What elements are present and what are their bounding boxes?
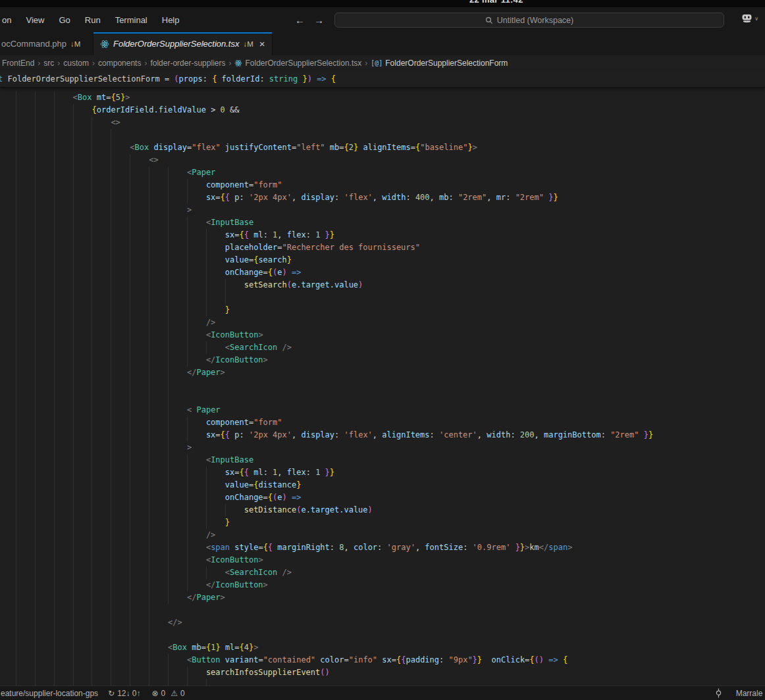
code-line [0,129,765,141]
code-line: sx={{ p: '2px 4px', display: 'flex', ali… [0,429,765,441]
code-line: sx={{ p: '2px 4px', display: 'flex', wid… [0,191,765,204]
code-line: <span style={{ marginRight: 8, color: 'g… [0,541,765,554]
back-icon[interactable]: ← [295,14,305,26]
code-line: placeholder="Rechercher des fournisseurs… [0,241,765,254]
git-branch-item[interactable]: eature/supplier-location-gps [1,689,98,698]
error-icon: ⊗ [152,689,159,698]
sync-counts: 12↓ 0↑ [117,689,140,698]
code-line: } [0,304,765,316]
command-center[interactable]: Untitled (Workspace) [334,12,724,28]
breadcrumb-separator: › [361,59,371,68]
breadcrumb: FrontEnd › src › custom › components › f… [0,55,765,70]
copilot-menu[interactable]: ∨ [741,13,758,24]
code-line: onChange={(e) => [0,266,765,279]
code-line [0,679,765,686]
tab-bar: ocCommand.php ↓M FolderOrderSupplierSele… [0,32,765,55]
chevron-down-icon: ∨ [754,16,758,22]
code-line: > [0,441,765,454]
code-line: sx={{ ml: 1, flex: 1 }} [0,229,765,241]
user-label: Marrale F [736,689,765,698]
code-line: /> [0,529,765,541]
code-line [0,291,765,304]
code-line: < Paper [0,404,765,416]
menu-run[interactable]: Run [78,12,108,28]
code-line: </> [0,616,765,629]
breadcrumb-separator: › [89,59,98,68]
code-line [0,379,765,391]
code-line: value={distance} [0,479,765,491]
warning-count: 0 [180,689,185,698]
close-icon[interactable]: × [259,38,265,49]
code-line: /> [0,316,765,329]
menu-view[interactable]: View [18,12,51,28]
code-line [0,629,765,641]
code-line: <> [0,154,765,166]
menu-help[interactable]: Help [155,12,187,28]
broadcast-icon [715,688,733,698]
code-line: {orderIdField.fieldValue > 0 && [0,104,765,116]
menu-selection[interactable]: on [0,12,18,28]
code-line: <InputBase [0,454,765,466]
menu-bar: on View Go Run Terminal Help [0,7,187,32]
code-line: <IconButton> [0,554,765,566]
breadcrumb-separator: › [54,59,63,68]
problems-item[interactable]: ⊗ 0 ⚠ 0 [152,689,185,698]
sync-icon: ↻ [108,689,115,698]
code-line [0,391,765,404]
copilot-icon [741,13,753,24]
tab-modified-badge: ↓M [243,40,253,48]
breadcrumb-frontend[interactable]: FrontEnd [2,59,34,68]
forward-icon[interactable]: → [314,14,324,26]
code-line: </IconButton> [0,354,765,366]
breadcrumb-separator: › [141,59,150,68]
code-area[interactable]: <Box mt={5}> {orderIdField.fieldValue > … [0,88,765,686]
code-line: <Box mt={5}> [0,91,765,104]
code-line [0,604,765,616]
breadcrumb-symbol[interactable]: FolderOrderSupplierSelectionForm [385,59,508,68]
code-line: component="form" [0,179,765,191]
code-line: </IconButton> [0,579,765,591]
search-icon [485,16,493,24]
breadcrumb-components[interactable]: components [98,59,141,68]
command-center-label: Untitled (Workspace) [497,16,573,25]
code-line: component="form" [0,416,765,429]
breadcrumb-file[interactable]: FolderOrderSupplierSelection.tsx [245,59,361,68]
sticky-scroll-line[interactable]: t FolderOrderSupplierSelectionForm = (pr… [0,70,765,88]
vscode-window: 22 mar 11:42 on View Go Run Terminal Hel… [0,0,765,700]
title-bar: on View Go Run Terminal Help ← → Untitle… [0,7,765,32]
breadcrumb-src[interactable]: src [43,59,54,68]
code-line: <InputBase [0,216,765,229]
tab-modified-badge: ↓M [70,40,80,48]
code-line: <SearchIcon /> [0,341,765,354]
react-file-icon [100,39,109,49]
code-line: </Paper> [0,591,765,604]
react-file-icon [234,59,242,67]
menu-go[interactable]: Go [51,12,77,28]
code-line: value={search} [0,254,765,266]
code-line: <IconButton> [0,329,765,341]
code-line: <Paper [0,166,765,179]
account-item[interactable]: Marrale F [715,688,765,698]
code-line: <Box display="flex" justifyContent="left… [0,141,765,154]
code-line: } [0,516,765,529]
sticky-code-line: t FolderOrderSupplierSelectionForm = (pr… [0,73,765,86]
git-sync-item[interactable]: ↻ 12↓ 0↑ [108,689,140,698]
breadcrumb-separator: › [225,59,234,68]
menu-terminal[interactable]: Terminal [108,12,155,28]
warning-icon: ⚠ [171,689,178,698]
breadcrumb-folder-order-suppliers[interactable]: folder-order-suppliers [150,59,225,68]
code-line: </Paper> [0,366,765,379]
breadcrumb-custom[interactable]: custom [63,59,89,68]
code-line: <Box mb={1} ml={4}> [0,641,765,654]
error-count: 0 [161,689,166,698]
branch-label: eature/supplier-location-gps [1,689,98,698]
code-line: onChange={(e) => [0,491,765,504]
code-line: <SearchIcon /> [0,566,765,579]
code-line: <> [0,116,765,129]
system-clock: 22 mar 11:42 [469,0,523,5]
code-line: sx={{ ml: 1, flex: 1 }} [0,466,765,479]
code-line: > [0,204,765,216]
tab-occommand-php[interactable]: ocCommand.php ↓M [0,32,93,55]
code-line: setSearch(e.target.value) [0,279,765,291]
tab-folderordersupplierselection-tsx[interactable]: FolderOrderSupplierSelection.tsx ↓M × [93,32,273,55]
